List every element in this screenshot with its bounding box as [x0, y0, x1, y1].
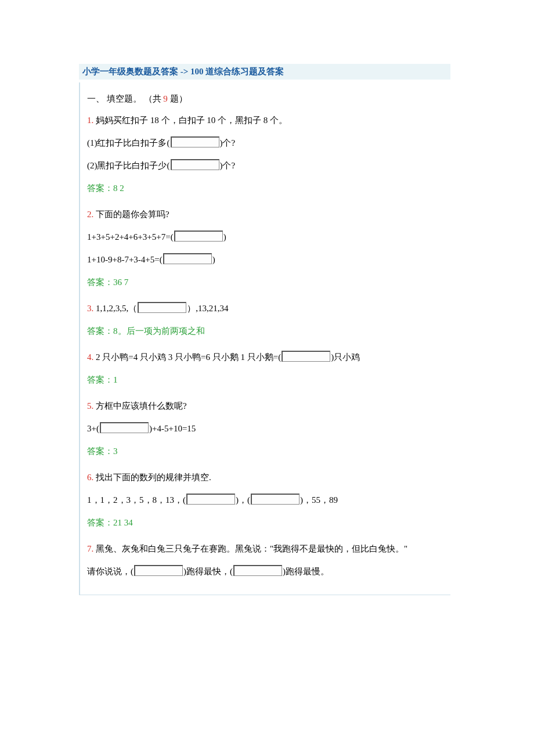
blank-input[interactable]	[171, 136, 219, 147]
q6-number: 6.	[87, 473, 93, 482]
blank-input[interactable]	[134, 565, 183, 576]
breadcrumb-part-2: 100 道综合练习题及答案	[190, 67, 284, 76]
q1-sub1-post: )个?	[220, 138, 236, 147]
q5-answer: 答案：3	[87, 440, 442, 463]
q7-line-post: )跑得最慢。	[283, 567, 329, 576]
q1-sub2: (2)黑扣子比白扣子少()个?	[87, 154, 442, 177]
blank-input[interactable]	[251, 494, 300, 505]
breadcrumb-arrow: ->	[181, 67, 189, 76]
q3-pre: 1,1,2,3,5,（	[96, 304, 137, 313]
q6-line-mid: )，(	[236, 495, 250, 505]
q2-line1: 1+3+5+2+4+6+3+5+7=()	[87, 226, 442, 249]
blank-input[interactable]	[138, 302, 186, 313]
q7-line-mid: )跑得最快，(	[183, 567, 233, 576]
document-page: 小学一年级奥数题及答案 -> 100 道综合练习题及答案 一、 填空题。 （共 …	[0, 0, 534, 630]
q5-line-post: )+4-5+10=15	[149, 424, 196, 433]
q5-line-pre: 3+(	[87, 424, 99, 433]
section-count: 9	[163, 94, 168, 103]
q7-line-pre: 请你说说，(	[87, 567, 134, 576]
q7-line: 请你说说，()跑得最快，()跑得最慢。	[87, 560, 442, 583]
q2-line2-pre: 1+10-9+8-7+3-4+5=(	[87, 255, 163, 264]
question-3: 3. 1,1,2,3,5,（）,13,21,34	[87, 297, 442, 320]
q3-number: 3.	[87, 304, 93, 313]
q1-sub2-post: )个?	[220, 161, 236, 170]
question-5: 5. 方框中应该填什么数呢?	[87, 395, 442, 417]
q1-sub2-pre: (2)黑扣子比白扣子少(	[87, 161, 170, 170]
blank-input[interactable]	[282, 351, 330, 362]
q6-line-post: )，55，89	[300, 495, 338, 505]
content-block: 一、 填空题。 （共 9 题） 1. 妈妈买红扣子 18 个，白扣子 10 个，…	[79, 82, 450, 595]
q2-prompt: 下面的题你会算吗?	[96, 210, 169, 219]
breadcrumb-header: 小学一年级奥数题及答案 -> 100 道综合练习题及答案	[79, 64, 450, 80]
q2-line1-pre: 1+3+5+2+4+6+3+5+7=(	[87, 232, 174, 242]
q6-line-pre: 1，1，2，3，5，8，13，(	[87, 495, 186, 505]
breadcrumb-part-1: 小学一年级奥数题及答案	[82, 67, 178, 76]
blank-input[interactable]	[233, 565, 282, 576]
q6-answer: 答案：21 34	[87, 512, 442, 534]
q1-answer: 答案：8 2	[87, 177, 442, 200]
q4-post: )只小鸡	[331, 352, 360, 362]
q4-answer: 答案：1	[87, 369, 442, 391]
q5-line: 3+()+4-5+10=15	[87, 417, 442, 440]
q1-sub1: (1)红扣子比白扣子多()个?	[87, 132, 442, 154]
question-4: 4. 2 只小鸭=4 只小鸡 3 只小鸭=6 只小鹅 1 只小鹅=()只小鸡	[87, 346, 442, 369]
q1-prompt: 妈妈买红扣子 18 个，白扣子 10 个，黑扣子 8 个。	[96, 116, 287, 125]
q5-number: 5.	[87, 401, 93, 411]
q2-answer: 答案：36 7	[87, 271, 442, 294]
question-7: 7. 黑兔、灰兔和白兔三只兔子在赛跑。黑兔说："我跑得不是最快的，但比白兔快。"	[87, 538, 442, 560]
q2-line2: 1+10-9+8-7+3-4+5=()	[87, 249, 442, 271]
blank-input[interactable]	[163, 253, 212, 264]
section-label-post: 题）	[168, 94, 187, 103]
q2-number: 2.	[87, 210, 93, 219]
q1-sub1-pre: (1)红扣子比白扣子多(	[87, 138, 170, 147]
q5-prompt: 方框中应该填什么数呢?	[96, 401, 187, 411]
q3-post: ）,13,21,34	[187, 304, 228, 313]
q7-number: 7.	[87, 544, 93, 553]
question-1: 1. 妈妈买红扣子 18 个，白扣子 10 个，黑扣子 8 个。	[87, 109, 442, 132]
q4-pre: 2 只小鸭=4 只小鸡 3 只小鸭=6 只小鹅 1 只小鹅=(	[96, 352, 281, 362]
blank-input[interactable]	[186, 494, 235, 505]
q1-number: 1.	[87, 116, 93, 125]
blank-input[interactable]	[100, 422, 149, 433]
q2-line2-post: )	[212, 255, 215, 264]
section-heading: 一、 填空题。 （共 9 题）	[87, 88, 442, 109]
question-2: 2. 下面的题你会算吗?	[87, 203, 442, 226]
question-6: 6. 找出下面的数列的规律并填空.	[87, 466, 442, 489]
q6-line: 1，1，2，3，5，8，13，()，()，55，89	[87, 489, 442, 512]
q3-answer: 答案：8。后一项为前两项之和	[87, 320, 442, 343]
blank-input[interactable]	[171, 159, 219, 170]
blank-input[interactable]	[174, 231, 223, 242]
q6-prompt: 找出下面的数列的规律并填空.	[96, 473, 211, 482]
q7-prompt-a: 黑兔、灰兔和白兔三只兔子在赛跑。黑兔说："我跑得不是最快的，但比白兔快。"	[96, 544, 407, 553]
q4-number: 4.	[87, 352, 93, 362]
q2-line1-post: )	[223, 232, 226, 242]
section-label-pre: 一、 填空题。 （共	[87, 94, 163, 103]
